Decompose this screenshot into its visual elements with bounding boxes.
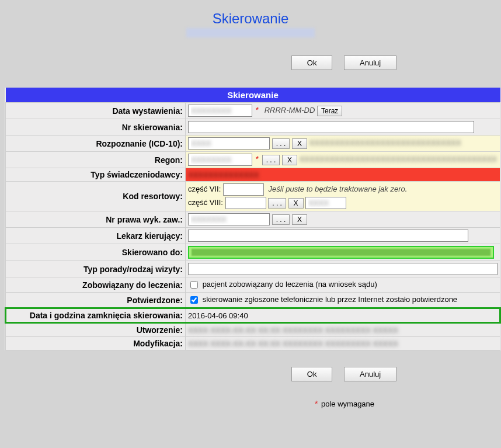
label-zobowiazany: Zobowiązany do leczenia: (6, 277, 186, 293)
label-potwierdzone: Potwierdzone: (6, 293, 186, 308)
label-lekarz: Lekarz kierujący: (6, 228, 186, 244)
label-nr-prawa: Nr prawa wyk. zaw.: (6, 211, 186, 228)
nr-prawa-clear-button[interactable]: X (292, 214, 307, 225)
czesc8-extra-input[interactable] (305, 197, 346, 209)
label-typ-porady: Typ porady/rodzaj wizyty: (6, 261, 186, 277)
data-zamkniecia-value: 2016-04-06 09:40 (186, 308, 500, 323)
lekarz-input[interactable] (188, 230, 468, 242)
nr-prawa-lookup-button[interactable]: . . . (272, 214, 290, 225)
section-header: Skierowanie (6, 88, 500, 103)
ok-button-bottom[interactable]: Ok (291, 367, 333, 381)
regon-lookup-button[interactable]: . . . (262, 155, 280, 165)
label-czesc8: część VIII: (188, 198, 223, 207)
cancel-button-top[interactable]: Anuluj (344, 55, 396, 70)
regon-desc-redacted: XXXXXXXXXXXXXXXXXXXXXXXXXXXXXXXXXXXXXXX (300, 155, 497, 164)
label-regon: Regon: (6, 152, 186, 168)
nr-prawa-input[interactable] (188, 213, 270, 225)
czesc8-clear-button[interactable]: X (288, 198, 304, 209)
potwierdzone-text: skierowanie zgłoszone telefonicznie lub … (203, 295, 457, 304)
label-data-wystawienia: Data wystawienia: (6, 103, 186, 119)
label-skierowano-do: Skierowano do: (6, 244, 186, 261)
skierowano-do-field[interactable] (188, 246, 494, 259)
date-format-hint: RRRR-MM-DD (265, 106, 315, 114)
teraz-button[interactable]: Teraz (317, 106, 342, 116)
modyfikacja-redacted: XXXX XXXX-XX-XX XX:XX XXXXXXXX XXXXXXXXX… (188, 339, 398, 348)
czesc7-input[interactable] (223, 183, 264, 196)
label-rozpoznanie: Rozpoznanie (ICD-10): (6, 136, 186, 152)
regon-clear-button[interactable]: X (282, 155, 297, 165)
czesc8-lookup-button[interactable]: . . . (268, 198, 286, 209)
typ-porady-input[interactable] (188, 263, 497, 275)
regon-input[interactable] (188, 154, 252, 166)
label-kod-resortowy: Kod resortowy: (6, 182, 186, 211)
label-typ-swiadcz: Typ świadczeniodawcy: (6, 168, 186, 182)
label-data-zamkniecia: Data i godzina zamknięcia skierowania: (6, 308, 186, 323)
zobowiazany-text: pacjent zobowiązany do leczenia (na wnio… (203, 280, 377, 289)
label-modyfikacja: Modyfikacja: (6, 337, 186, 350)
footer-asterisk: * (315, 399, 318, 408)
kod-resortowy-hint: Jeśli puste to będzie traktowane jak zer… (269, 185, 408, 193)
zobowiazany-checkbox[interactable] (190, 281, 198, 289)
footer-required-note: pole wymagane (321, 400, 374, 408)
subtitle-redacted (186, 28, 315, 37)
nr-skierowania-input[interactable] (188, 121, 474, 133)
icd10-lookup-button[interactable]: . . . (272, 138, 290, 149)
icd10-input[interactable] (188, 137, 270, 150)
label-nr-skierowania: Nr skierowania: (6, 119, 186, 136)
ok-button-top[interactable]: Ok (291, 55, 333, 70)
label-utworzenie: Utworzenie: (6, 323, 186, 337)
cancel-button-bottom[interactable]: Anuluj (344, 367, 396, 381)
utworzenie-redacted: XXXX XXXX-XX-XX XX:XX XXXXXXXX XXXXXXXXX… (188, 326, 398, 335)
label-czesc7: część VII: (188, 185, 221, 193)
data-wystawienia-input[interactable] (188, 105, 252, 117)
form-table: Skierowanie Data wystawienia: * RRRR-MM-… (5, 88, 501, 350)
page-title: Skierowanie (213, 11, 289, 26)
icd10-clear-button[interactable]: X (292, 138, 307, 149)
czesc8-input[interactable] (225, 197, 266, 209)
required-asterisk: * (256, 105, 259, 114)
required-asterisk: * (256, 154, 259, 164)
icd10-desc-redacted: XXXXXXXXXXXXXXXXXXXXXXXXXXXXXX (309, 138, 461, 147)
typ-swiadcz-redacted: XXXXXXXXXXXXXX (188, 171, 259, 179)
potwierdzone-checkbox[interactable] (190, 296, 198, 304)
